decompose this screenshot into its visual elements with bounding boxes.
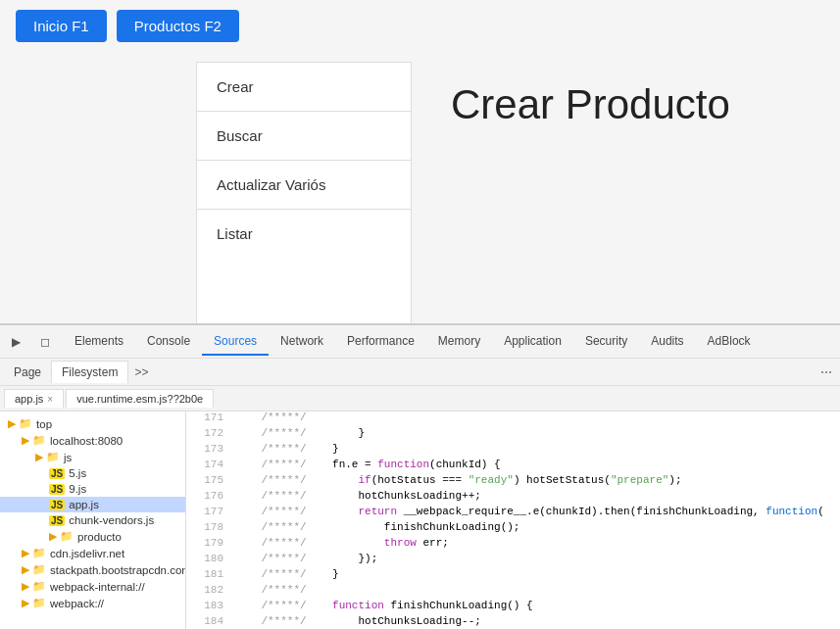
tree-item-label: 5.js — [69, 467, 86, 479]
menu-item[interactable]: Buscar — [197, 112, 411, 161]
code-line: 181 /*****/ } — [186, 568, 840, 584]
code-token: finishChunkLoading() { — [384, 600, 533, 611]
code-token: /*****/ — [235, 427, 307, 439]
sidebar-menu: CrearBuscarActualizar VariósListar — [196, 62, 412, 336]
code-token: if — [358, 474, 371, 486]
tree-item[interactable]: ▶ 📁 producto — [0, 528, 185, 545]
code-token: err; — [417, 537, 449, 549]
line-number: 179 — [194, 537, 223, 549]
productos-button[interactable]: Productos F2 — [117, 10, 239, 42]
file-tab-close-icon[interactable]: × — [47, 394, 53, 405]
devtools-tab-sources[interactable]: Sources — [202, 328, 269, 356]
devtools-subtabs-bar: PageFilesystem>> ⋯ — [0, 359, 840, 386]
code-token: ); — [668, 474, 681, 486]
code-token: } — [307, 568, 339, 580]
devtools-tabs-bar: ▶ ◻ ElementsConsoleSourcesNetworkPerform… — [0, 325, 840, 359]
devtools-tab-application[interactable]: Application — [492, 328, 573, 356]
tree-item[interactable]: ▶ 📁 js — [0, 449, 185, 465]
line-number: 180 — [194, 553, 223, 564]
code-token: "prepare" — [611, 474, 668, 486]
code-token — [307, 537, 384, 549]
tree-item[interactable]: JS 5.js — [0, 465, 185, 481]
line-number: 182 — [194, 584, 223, 596]
code-token: /*****/ — [235, 553, 307, 564]
subtab-page[interactable]: Page — [4, 362, 51, 383]
line-number: 181 — [194, 568, 223, 580]
devtools-tab-elements[interactable]: Elements — [63, 328, 135, 356]
tree-item-label: cdn.jsdelivr.net — [50, 548, 124, 559]
code-token: /*****/ — [235, 521, 307, 533]
tree-item-label: js — [64, 452, 72, 463]
devtools-tab-adblock[interactable]: AdBlock — [696, 328, 763, 356]
menu-item[interactable]: Crear — [197, 63, 411, 112]
tree-item[interactable]: ▶ 📁 webpack-internal:// — [0, 578, 185, 595]
code-token: } — [307, 443, 339, 455]
tree-item-label: webpack:// — [50, 598, 104, 609]
line-number: 173 — [194, 443, 223, 455]
top-nav: Inicio F1 Productos F2 — [0, 0, 840, 52]
line-number: 177 — [194, 506, 223, 517]
devtools-tab-audits[interactable]: Audits — [639, 328, 695, 356]
code-token: }); — [307, 553, 378, 564]
tree-item[interactable]: ▶ 📁 stackpath.bootstrapcdn.com — [0, 561, 185, 578]
menu-item[interactable]: Listar — [197, 210, 411, 258]
code-token — [307, 506, 359, 517]
devtools-inspect-icon[interactable]: ◻ — [33, 330, 57, 354]
tree-item-label: webpack-internal:// — [50, 581, 145, 593]
subtab-more-button[interactable]: >> — [128, 362, 154, 383]
code-token: ( — [817, 506, 824, 517]
tree-item[interactable]: ▶ 📁 localhost:8080 — [0, 432, 185, 449]
line-number: 184 — [194, 615, 223, 627]
devtools-panel: ▶ ◻ ElementsConsoleSourcesNetworkPerform… — [0, 323, 840, 629]
line-number: 176 — [194, 490, 223, 502]
code-token: function — [332, 600, 384, 611]
code-line: 174 /*****/ fn.e = function(chunkId) { — [186, 459, 840, 474]
code-line: 171 /*****/ — [186, 411, 840, 427]
code-line: 180 /*****/ }); — [186, 553, 840, 568]
subtab-actions: ⋯ — [816, 363, 836, 381]
code-token: hotChunksLoading--; — [307, 615, 481, 627]
inicio-button[interactable]: Inicio F1 — [16, 10, 107, 42]
tree-item[interactable]: JS 9.js — [0, 481, 185, 497]
tree-item[interactable]: ▶ 📁 webpack:// — [0, 595, 185, 611]
tree-item-label: producto — [77, 531, 122, 543]
code-token: throw — [384, 537, 417, 549]
tree-item[interactable]: ▶ 📁 top — [0, 415, 185, 432]
file-tab-vueruntimeesmjs2b0e[interactable]: vue.runtime.esm.js??2b0e — [66, 389, 214, 408]
code-token: "ready" — [469, 474, 514, 486]
subtab-more-icon[interactable]: ⋯ — [816, 363, 836, 381]
file-tab-appjs[interactable]: app.js× — [4, 389, 64, 408]
tree-item-label: 9.js — [69, 483, 86, 495]
line-number: 175 — [194, 474, 223, 486]
devtools-tab-network[interactable]: Network — [269, 328, 335, 356]
subtab-filesystem[interactable]: Filesystem — [51, 361, 128, 383]
code-token: /*****/ — [235, 411, 307, 423]
devtools-pointer-icon[interactable]: ▶ — [4, 330, 27, 354]
tree-item[interactable]: JS app.js — [0, 497, 185, 512]
code-token: function — [377, 459, 429, 470]
code-panel[interactable]: 171 /*****/172 /*****/ }173 /*****/ }174… — [186, 411, 840, 629]
tree-item[interactable]: JS chunk-vendors.js — [0, 512, 185, 528]
code-token: finishChunkLoading(); — [307, 521, 520, 533]
code-token: /*****/ — [235, 584, 307, 596]
page-title-area: Crear Producto — [412, 52, 840, 336]
tree-item-label: localhost:8080 — [50, 435, 123, 447]
devtools-tab-performance[interactable]: Performance — [335, 328, 426, 356]
code-line: 176 /*****/ hotChunksLoading++; — [186, 490, 840, 506]
code-line: 177 /*****/ return __webpack_require__.e… — [186, 506, 840, 521]
line-number: 171 — [194, 411, 223, 423]
code-line: 178 /*****/ finishChunkLoading(); — [186, 521, 840, 537]
code-token: fn.e = — [307, 459, 378, 470]
code-line: 179 /*****/ throw err; — [186, 537, 840, 553]
tree-item-label: chunk-vendors.js — [69, 514, 154, 526]
file-tree[interactable]: ▶ 📁 top▶ 📁 localhost:8080▶ 📁 jsJS 5.jsJS… — [0, 411, 186, 629]
file-tab-label: vue.runtime.esm.js??2b0e — [76, 393, 203, 405]
main-area: CrearBuscarActualizar VariósListar Crear… — [0, 52, 840, 336]
code-token: (hotStatus === — [371, 474, 469, 486]
devtools-tab-memory[interactable]: Memory — [426, 328, 492, 356]
devtools-tab-console[interactable]: Console — [135, 328, 202, 356]
tree-item[interactable]: ▶ 📁 cdn.jsdelivr.net — [0, 545, 185, 561]
menu-item[interactable]: Actualizar Variós — [197, 161, 411, 210]
page-title: Crear Producto — [451, 81, 730, 128]
devtools-tab-security[interactable]: Security — [573, 328, 639, 356]
